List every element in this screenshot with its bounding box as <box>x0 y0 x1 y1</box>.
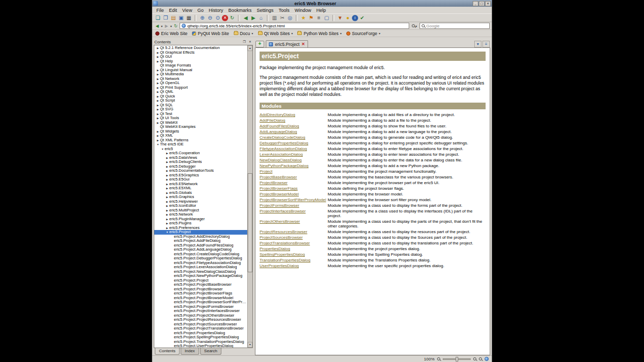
chevron-expanded-icon[interactable]: ▼ <box>160 147 165 152</box>
chevron-collapsed-icon[interactable]: ▶ <box>156 90 160 94</box>
maximize-button[interactable]: ▢ <box>479 1 485 6</box>
chevron-collapsed-icon[interactable]: ▶ <box>156 116 160 121</box>
tree-item[interactable]: ▶Qt Linguist Manual <box>154 68 247 73</box>
tree-item[interactable]: eric5.Project.FiletypeAssociationDialog <box>154 261 247 266</box>
preferences-icon[interactable]: ✔ <box>359 14 366 22</box>
scrollbar-thumb[interactable] <box>248 173 252 272</box>
module-link[interactable]: CreateDialogCodeDialog <box>260 135 305 140</box>
tree-item[interactable]: ▶eric5.Cooperation <box>154 151 247 156</box>
chevron-collapsed-icon[interactable]: ▶ <box>165 212 169 217</box>
new-tab-icon[interactable]: ❏ <box>154 14 162 22</box>
tree-item[interactable]: Qt Image Formats <box>154 63 247 68</box>
save-icon[interactable]: ▣ <box>178 14 185 22</box>
module-link[interactable]: ProjectBrowserFlags <box>260 186 298 191</box>
bookmark-sourceforge[interactable]: SourceForge▾ <box>346 31 380 36</box>
float-dock-button[interactable]: ❐ <box>242 40 247 44</box>
tab-eric5-project[interactable]: eric5.Project ✕ <box>266 40 308 47</box>
module-link[interactable]: ProjectBrowser <box>260 180 287 185</box>
tab-list-dropdown-button[interactable]: ▾ <box>474 41 481 47</box>
zoom-in-icon[interactable] <box>473 357 476 360</box>
tree-item[interactable]: ▶Qt Help <box>154 59 247 64</box>
search-engine-dropdown[interactable]: ▾ <box>410 23 418 29</box>
chevron-collapsed-icon[interactable]: ▶ <box>165 156 169 160</box>
chevron-collapsed-icon[interactable]: ▶ <box>156 77 160 81</box>
page-source-icon[interactable]: ≡ <box>315 14 323 22</box>
new-window-icon[interactable]: ❐ <box>162 14 169 22</box>
tree-item[interactable]: ▶eric5.PluginManager <box>154 217 247 222</box>
tree-item[interactable]: eric5.Project.CreateDialogCodeDialog <box>154 252 247 257</box>
tree-item[interactable]: ▶Qt Multimedia <box>154 72 247 77</box>
chevron-collapsed-icon[interactable]: ▶ <box>156 138 160 143</box>
tree-item[interactable]: ▶Qt SQL <box>154 103 247 108</box>
chevron-collapsed-icon[interactable]: ▶ <box>156 112 160 117</box>
tree-item[interactable]: ▶Qt UI Tools <box>154 116 247 121</box>
tree-item[interactable]: eric5.Project.NewDialogClassDialog <box>154 270 247 274</box>
privacy-icon[interactable] <box>485 357 489 361</box>
zoom-slider[interactable] <box>443 358 471 360</box>
chevron-collapsed-icon[interactable]: ▶ <box>165 169 169 173</box>
menu-settings[interactable]: Settings <box>254 8 276 13</box>
chevron-collapsed-icon[interactable]: ▶ <box>165 173 169 178</box>
chevron-collapsed-icon[interactable]: ▶ <box>156 68 160 73</box>
chevron-collapsed-icon[interactable]: ▶ <box>165 186 169 191</box>
tree-item[interactable]: ▶Qt GUI <box>154 55 247 59</box>
tree-item[interactable]: ▶Qt SVG <box>154 107 247 112</box>
module-link[interactable]: AddDirectoryDialog <box>260 112 295 117</box>
chevron-collapsed-icon[interactable]: ▶ <box>165 151 169 156</box>
module-link[interactable]: ProjectInterfacesBrowser <box>260 209 305 213</box>
forward-button[interactable]: ▶ <box>164 23 169 29</box>
lock-icon[interactable]: ● <box>344 14 351 22</box>
tree-item[interactable]: eric5.Project.AddFoundFilesDialog <box>154 243 247 248</box>
sidebar-tab-contents[interactable]: Contents <box>155 348 180 355</box>
close-dock-button[interactable]: ✕ <box>248 40 252 44</box>
tree-item[interactable]: ▶eric5.DebugClients <box>154 160 247 164</box>
tree-item[interactable]: eric5.Project.SpellingPropertiesDialog <box>154 335 247 340</box>
tree-item[interactable]: ▶Qt XML <box>154 134 247 138</box>
menu-edit[interactable]: Edit <box>167 8 180 13</box>
tree-item[interactable]: ▶eric5.Plugins <box>154 221 247 226</box>
bookmark-eric-web-site[interactable]: Eric Web Site <box>155 31 187 36</box>
bookmark-pyqt4-web-site[interactable]: PyQt4 Web Site <box>192 31 229 36</box>
chevron-collapsed-icon[interactable]: ▶ <box>165 191 169 195</box>
module-link[interactable]: ProjectFormsBrowser <box>260 203 299 208</box>
menu-window[interactable]: Window <box>292 8 314 13</box>
chevron-collapsed-icon[interactable]: ▶ <box>165 221 169 226</box>
menu-file[interactable]: File <box>154 8 167 13</box>
module-link[interactable]: FiletypeAssociationDialog <box>260 146 307 151</box>
chevron-expanded-icon[interactable]: ▼ <box>156 142 160 147</box>
module-link[interactable]: ProjectBrowserSortFilterProxyModel <box>260 198 326 202</box>
module-link[interactable]: PropertiesDialog <box>260 246 290 251</box>
menu-view[interactable]: View <box>180 8 195 13</box>
tree-item[interactable]: ▶Qt QML <box>154 90 247 94</box>
tree-item[interactable]: ▶eric5.Helpviewer <box>154 200 247 204</box>
tree-item[interactable]: ▶Qt 5.2.1 Reference Documentation <box>154 46 247 51</box>
zoom-slider-handle[interactable] <box>456 357 458 361</box>
forward-history-dropdown[interactable]: ▾ <box>169 23 173 29</box>
chevron-collapsed-icon[interactable]: ▶ <box>165 208 169 213</box>
stop-icon[interactable]: ✕ <box>222 15 228 21</box>
zoom-in-icon[interactable]: ⊕ <box>199 14 206 22</box>
copy-icon[interactable]: ▥ <box>271 14 278 22</box>
tree-item[interactable]: eric5.Project.ProjectSourcesBrowser <box>154 322 247 327</box>
forward-icon[interactable]: ▶ <box>250 14 257 22</box>
module-link[interactable]: ProjectBrowserModel <box>260 192 299 196</box>
tree-item[interactable]: ▶Qt XML Patterns <box>154 138 247 143</box>
chevron-collapsed-icon[interactable]: ▶ <box>165 226 169 231</box>
titlebar[interactable]: eric5 Web Browser _▢✕ <box>152 0 492 7</box>
scroll-up-icon[interactable]: ▲ <box>248 45 252 51</box>
tree-item[interactable]: eric5.Project.AddDirectoryDialog <box>154 235 247 239</box>
tree-item[interactable]: eric5.Project.TranslationPropertiesDialo… <box>154 340 247 344</box>
tree-item[interactable]: ▶eric5.Preferences <box>154 226 247 231</box>
chevron-collapsed-icon[interactable]: ▶ <box>156 51 160 55</box>
module-link[interactable]: ProjectBaseBrowser <box>260 175 297 179</box>
menu-tools[interactable]: Tools <box>276 8 292 13</box>
tree-item[interactable]: eric5.Project.ProjectBrowserFlags <box>154 291 247 296</box>
module-link[interactable]: ProjectOthersBrowser <box>260 219 300 224</box>
module-link[interactable]: ProjectResourcesBrowser <box>260 229 307 234</box>
chevron-expanded-icon[interactable]: ▼ <box>165 230 169 235</box>
closed-tabs-button[interactable]: ≡ <box>482 41 490 47</box>
tree-item[interactable]: ▶eric5.Graphics <box>154 195 247 200</box>
tree-item[interactable]: ▶Qt Quick <box>154 94 247 99</box>
chevron-collapsed-icon[interactable]: ▶ <box>165 160 169 164</box>
tree-item[interactable]: ▶eric5.Globals <box>154 191 247 195</box>
